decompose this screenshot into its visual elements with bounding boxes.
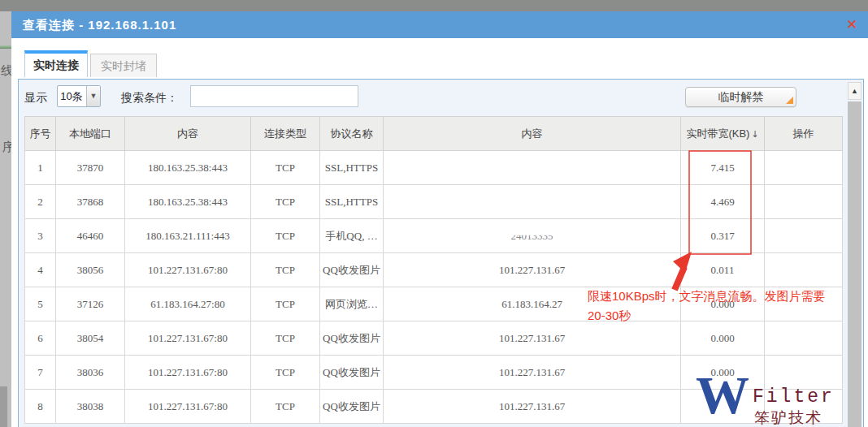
table-cell: TCP: [251, 287, 320, 321]
tab-realtime-connections[interactable]: 实时连接: [24, 50, 88, 77]
dialog-titlebar: 查看连接 - 192.168.1.101 ✕: [11, 11, 868, 38]
table-cell: TCP: [251, 390, 320, 424]
table-cell: QQ收发图片: [320, 253, 384, 287]
background-top-strip: [0, 0, 868, 11]
column-header: 内容: [384, 117, 681, 151]
table-cell: 38054: [56, 321, 125, 356]
column-header: 连接类型: [251, 117, 320, 151]
table-cell: 101.227.131.67: [384, 253, 681, 287]
redacted-text: 24013335: [511, 230, 553, 243]
table-cell: 101.227.131.67: [384, 356, 681, 390]
table-row: 838038101.227.131.67:80TCPQQ收发图片101.227.…: [25, 390, 843, 424]
table-cell: TCP: [251, 356, 320, 390]
table-cell: [765, 321, 843, 356]
table-cell: 0.317: [681, 219, 765, 253]
background-text-fragment: 序: [2, 140, 11, 155]
table-cell: 1: [25, 151, 56, 185]
table-cell: [765, 356, 843, 390]
table-cell: 6: [25, 321, 56, 356]
temporary-unban-button[interactable]: 临时解禁: [685, 87, 796, 107]
table-cell: [765, 219, 843, 253]
table-cell: 38036: [56, 356, 125, 390]
table-cell: 4: [25, 253, 56, 287]
table-row: 137870180.163.25.38:443TCPSSL,HTTPS7.415: [25, 151, 843, 185]
scrollbar-thumb[interactable]: [848, 101, 861, 427]
table-cell: TCP: [251, 185, 320, 219]
table-cell: 0.011: [681, 253, 765, 287]
table-row: 638054101.227.131.67:80TCPQQ收发图片101.227.…: [25, 321, 843, 356]
tab-realtime-blocking[interactable]: 实时封堵: [90, 54, 157, 77]
table-cell: 4.469: [681, 185, 765, 219]
table-cell: SSL,HTTPS: [320, 185, 384, 219]
table-cell: 101.227.131.67:80: [125, 390, 251, 424]
table-cell: TCP: [251, 219, 320, 253]
table-row: 346460180.163.21.111:443TCP手机QQ, …240133…: [25, 219, 843, 253]
column-header[interactable]: 实时带宽(KB)↓: [681, 117, 765, 151]
table-cell: 180.163.25.38:443: [125, 185, 251, 219]
scroll-up-icon[interactable]: ▲: [848, 82, 861, 100]
tab-bar: 实时连接 实时封堵: [24, 50, 157, 77]
vertical-scrollbar: ▲: [848, 82, 861, 427]
column-header: 协议名称: [320, 117, 384, 151]
table-cell: [681, 390, 765, 424]
table-cell: 3: [25, 219, 56, 253]
table-cell: [384, 151, 681, 185]
table-row: 738036101.227.131.67:80TCPQQ收发图片101.227.…: [25, 356, 843, 390]
column-header: 内容: [125, 117, 251, 151]
table-cell: QQ收发图片: [320, 356, 384, 390]
table-cell: [765, 287, 843, 321]
table-cell: TCP: [251, 151, 320, 185]
table-cell: 37870: [56, 151, 125, 185]
table-cell: 37868: [56, 185, 125, 219]
chevron-down-icon: ▼: [86, 86, 100, 106]
table-cell: 0.000: [681, 287, 765, 321]
table-cell: 37126: [56, 287, 125, 321]
table-cell: 0.000: [681, 356, 765, 390]
table-row: 438056101.227.131.67:80TCPQQ收发图片101.227.…: [25, 253, 843, 287]
page-size-value: 10条: [58, 86, 85, 106]
temporary-unban-label: 临时解禁: [718, 90, 764, 103]
connections-table-wrap: 序号本地端口内容连接类型协议名称内容实时带宽(KB)↓操作 137870180.…: [24, 116, 842, 424]
table-cell: 101.227.131.67: [384, 321, 681, 356]
connections-table: 序号本地端口内容连接类型协议名称内容实时带宽(KB)↓操作 137870180.…: [24, 116, 843, 424]
controls-row: 显示 10条 ▼ 搜索条件： 临时解禁: [19, 80, 863, 116]
table-cell: QQ收发图片: [320, 321, 384, 356]
table-cell: 0.000: [681, 321, 765, 356]
table-cell: 180.163.25.38:443: [125, 151, 251, 185]
table-cell: [384, 185, 681, 219]
table-cell: 网页浏览…: [320, 287, 384, 321]
table-cell: TCP: [251, 253, 320, 287]
table-cell: 46460: [56, 219, 125, 253]
table-cell: SSL,HTTPS: [320, 151, 384, 185]
table-cell: [765, 253, 843, 287]
table-header-row: 序号本地端口内容连接类型协议名称内容实时带宽(KB)↓操作: [25, 117, 843, 151]
table-cell: 180.163.21.111:443: [125, 219, 251, 253]
search-input[interactable]: [190, 85, 358, 107]
table-cell: 101.227.131.67:80: [125, 356, 251, 390]
table-cell: 7: [25, 356, 56, 390]
column-header: 操作: [765, 117, 843, 151]
column-header: 序号: [25, 117, 56, 151]
table-cell: [765, 390, 843, 424]
close-icon[interactable]: ✕: [844, 17, 860, 33]
table-cell: 8: [25, 390, 56, 424]
table-cell: 2: [25, 185, 56, 219]
table-cell: [765, 185, 843, 219]
table-cell: 101.227.131.67:80: [125, 253, 251, 287]
column-header: 本地端口: [56, 117, 125, 151]
table-cell: 61.183.164.27:80: [125, 287, 251, 321]
background-left-strip: 线 序: [0, 11, 11, 427]
table-row: 53712661.183.164.27:80TCP网页浏览…61.183.164…: [25, 287, 843, 321]
table-cell: 101.227.131.67: [384, 390, 681, 424]
table-cell: 5: [25, 287, 56, 321]
table-row: 237868180.163.25.38:443TCPSSL,HTTPS4.469: [25, 185, 843, 219]
page-size-select[interactable]: 10条 ▼: [57, 85, 101, 107]
background-dark-block: [0, 386, 7, 427]
search-label: 搜索条件：: [121, 91, 178, 106]
display-label: 显示: [24, 91, 47, 106]
table-cell: 24013335: [384, 219, 681, 253]
table-cell: QQ收发图片: [320, 390, 384, 424]
table-cell: 101.227.131.67:80: [125, 321, 251, 356]
connections-panel: 显示 10条 ▼ 搜索条件： 临时解禁 序号本地端口内容连接类型协议名称内容实时…: [18, 79, 864, 427]
table-cell: 61.183.164.27: [384, 287, 681, 321]
